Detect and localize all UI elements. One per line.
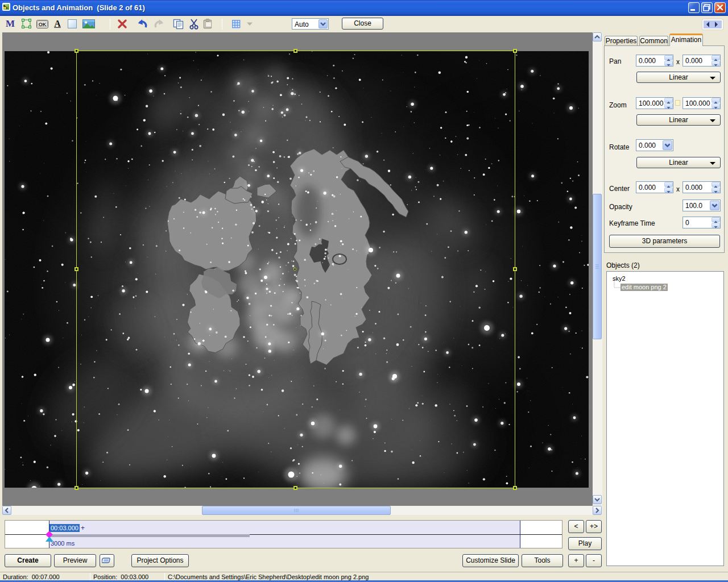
svg-text:OK: OK xyxy=(38,22,46,27)
